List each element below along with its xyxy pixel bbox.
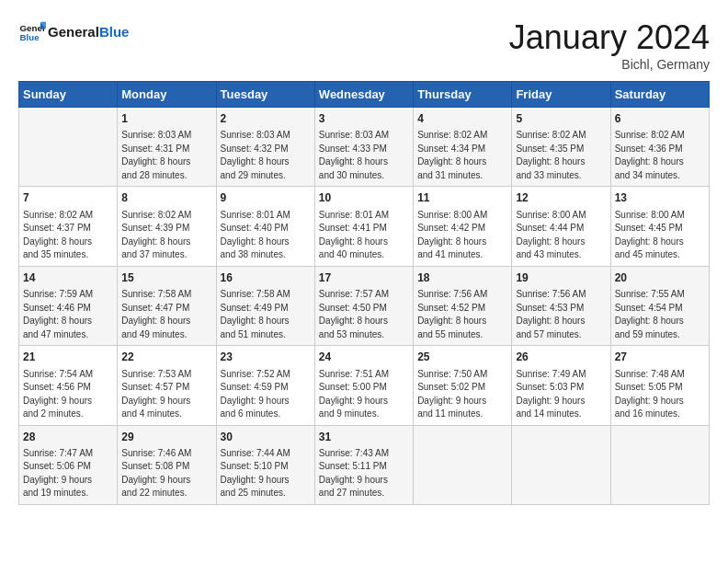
day-info: Sunrise: 7:48 AM Sunset: 5:05 PM Dayligh… [615, 368, 705, 421]
calendar-cell: 17Sunrise: 7:57 AM Sunset: 4:50 PM Dayli… [314, 266, 413, 345]
day-number: 25 [417, 350, 507, 365]
day-info: Sunrise: 8:02 AM Sunset: 4:39 PM Dayligh… [121, 209, 211, 262]
day-info: Sunrise: 7:47 AM Sunset: 5:06 PM Dayligh… [23, 447, 113, 500]
day-info: Sunrise: 7:46 AM Sunset: 5:08 PM Dayligh… [121, 447, 211, 500]
calendar-cell: 24Sunrise: 7:51 AM Sunset: 5:00 PM Dayli… [314, 346, 413, 425]
day-number: 31 [319, 430, 409, 445]
day-number: 16 [221, 270, 311, 286]
month-title: January 2024 [509, 18, 710, 57]
day-info: Sunrise: 7:54 AM Sunset: 4:56 PM Dayligh… [23, 368, 113, 421]
day-info: Sunrise: 8:02 AM Sunset: 4:36 PM Dayligh… [615, 129, 705, 182]
day-info: Sunrise: 7:49 AM Sunset: 5:03 PM Dayligh… [516, 368, 606, 421]
day-number: 20 [615, 270, 705, 286]
day-info: Sunrise: 7:52 AM Sunset: 4:59 PM Dayligh… [221, 368, 311, 421]
day-info: Sunrise: 7:58 AM Sunset: 4:49 PM Dayligh… [221, 288, 311, 341]
calendar-cell [414, 425, 512, 504]
calendar-cell: 15Sunrise: 7:58 AM Sunset: 4:47 PM Dayli… [118, 266, 216, 345]
day-info: Sunrise: 8:03 AM Sunset: 4:31 PM Dayligh… [121, 129, 211, 182]
weekday-header-saturday: Saturday [610, 82, 709, 108]
day-number: 18 [417, 270, 507, 286]
weekday-header-friday: Friday [512, 82, 610, 108]
calendar-cell: 23Sunrise: 7:52 AM Sunset: 4:59 PM Dayli… [216, 346, 314, 425]
calendar-cell: 26Sunrise: 7:49 AM Sunset: 5:03 PM Dayli… [512, 346, 610, 425]
day-number: 4 [417, 111, 507, 127]
weekday-header-row: SundayMondayTuesdayWednesdayThursdayFrid… [19, 82, 710, 108]
day-number: 15 [121, 270, 211, 286]
calendar-cell: 14Sunrise: 7:59 AM Sunset: 4:46 PM Dayli… [19, 266, 118, 345]
day-info: Sunrise: 8:02 AM Sunset: 4:34 PM Dayligh… [417, 129, 507, 182]
title-block: January 2024 Bichl, Germany [509, 18, 710, 72]
calendar-week-row: 28Sunrise: 7:47 AM Sunset: 5:06 PM Dayli… [19, 425, 710, 504]
day-number: 26 [516, 350, 606, 365]
calendar-cell: 31Sunrise: 7:43 AM Sunset: 5:11 PM Dayli… [314, 425, 413, 504]
calendar-cell: 21Sunrise: 7:54 AM Sunset: 4:56 PM Dayli… [19, 346, 118, 425]
weekday-header-sunday: Sunday [19, 82, 118, 108]
day-number: 8 [121, 190, 211, 206]
day-info: Sunrise: 8:02 AM Sunset: 4:37 PM Dayligh… [23, 209, 113, 262]
calendar-cell: 29Sunrise: 7:46 AM Sunset: 5:08 PM Dayli… [118, 425, 216, 504]
day-info: Sunrise: 8:00 AM Sunset: 4:42 PM Dayligh… [417, 209, 507, 262]
day-number: 14 [23, 270, 113, 286]
day-number: 30 [221, 430, 311, 445]
day-info: Sunrise: 8:00 AM Sunset: 4:44 PM Dayligh… [516, 209, 606, 262]
day-info: Sunrise: 7:44 AM Sunset: 5:10 PM Dayligh… [221, 447, 311, 500]
day-info: Sunrise: 7:58 AM Sunset: 4:47 PM Dayligh… [121, 288, 211, 341]
day-info: Sunrise: 7:53 AM Sunset: 4:57 PM Dayligh… [121, 368, 211, 421]
calendar-cell: 19Sunrise: 7:56 AM Sunset: 4:53 PM Dayli… [512, 266, 610, 345]
day-number: 12 [516, 190, 606, 206]
day-number: 23 [221, 350, 311, 365]
calendar-cell: 27Sunrise: 7:48 AM Sunset: 5:05 PM Dayli… [610, 346, 709, 425]
day-number: 2 [221, 111, 311, 127]
calendar-week-row: 1Sunrise: 8:03 AM Sunset: 4:31 PM Daylig… [19, 108, 710, 187]
weekday-header-monday: Monday [118, 82, 216, 108]
day-info: Sunrise: 7:56 AM Sunset: 4:53 PM Dayligh… [516, 288, 606, 341]
calendar-cell: 28Sunrise: 7:47 AM Sunset: 5:06 PM Dayli… [19, 425, 118, 504]
day-info: Sunrise: 7:43 AM Sunset: 5:11 PM Dayligh… [319, 447, 409, 500]
logo-icon: General Blue [18, 18, 46, 46]
calendar-cell: 4Sunrise: 8:02 AM Sunset: 4:34 PM Daylig… [414, 108, 512, 187]
day-info: Sunrise: 7:55 AM Sunset: 4:54 PM Dayligh… [615, 288, 705, 341]
day-number: 24 [319, 350, 409, 365]
calendar-cell: 6Sunrise: 8:02 AM Sunset: 4:36 PM Daylig… [610, 108, 709, 187]
day-number: 11 [417, 190, 507, 206]
calendar-cell: 25Sunrise: 7:50 AM Sunset: 5:02 PM Dayli… [414, 346, 512, 425]
day-info: Sunrise: 7:57 AM Sunset: 4:50 PM Dayligh… [319, 288, 409, 341]
calendar-table: SundayMondayTuesdayWednesdayThursdayFrid… [18, 81, 710, 505]
day-info: Sunrise: 7:56 AM Sunset: 4:52 PM Dayligh… [417, 288, 507, 341]
day-info: Sunrise: 8:00 AM Sunset: 4:45 PM Dayligh… [615, 209, 705, 262]
calendar-cell: 1Sunrise: 8:03 AM Sunset: 4:31 PM Daylig… [118, 108, 216, 187]
day-number: 9 [221, 190, 311, 206]
calendar-cell: 11Sunrise: 8:00 AM Sunset: 4:42 PM Dayli… [414, 187, 512, 266]
day-number: 27 [615, 350, 705, 365]
calendar-week-row: 14Sunrise: 7:59 AM Sunset: 4:46 PM Dayli… [19, 266, 710, 345]
day-info: Sunrise: 8:02 AM Sunset: 4:35 PM Dayligh… [516, 129, 606, 182]
day-info: Sunrise: 7:51 AM Sunset: 5:00 PM Dayligh… [319, 368, 409, 421]
day-number: 21 [23, 350, 113, 365]
weekday-header-thursday: Thursday [414, 82, 512, 108]
location: Bichl, Germany [509, 57, 710, 72]
day-number: 7 [23, 190, 113, 206]
calendar-cell [19, 108, 118, 187]
calendar-cell: 8Sunrise: 8:02 AM Sunset: 4:39 PM Daylig… [118, 187, 216, 266]
day-number: 10 [319, 190, 409, 206]
day-number: 1 [121, 111, 211, 127]
weekday-header-tuesday: Tuesday [216, 82, 314, 108]
calendar-cell: 10Sunrise: 8:01 AM Sunset: 4:41 PM Dayli… [314, 187, 413, 266]
day-number: 17 [319, 270, 409, 286]
page-header: General Blue GeneralBlue January 2024 Bi… [18, 18, 710, 72]
logo: General Blue GeneralBlue [18, 18, 129, 46]
calendar-cell [610, 425, 709, 504]
calendar-cell: 20Sunrise: 7:55 AM Sunset: 4:54 PM Dayli… [610, 266, 709, 345]
calendar-week-row: 21Sunrise: 7:54 AM Sunset: 4:56 PM Dayli… [19, 346, 710, 425]
calendar-cell: 16Sunrise: 7:58 AM Sunset: 4:49 PM Dayli… [216, 266, 314, 345]
calendar-cell [512, 425, 610, 504]
day-info: Sunrise: 8:03 AM Sunset: 4:33 PM Dayligh… [319, 129, 409, 182]
day-number: 19 [516, 270, 606, 286]
calendar-cell: 9Sunrise: 8:01 AM Sunset: 4:40 PM Daylig… [216, 187, 314, 266]
day-number: 5 [516, 111, 606, 127]
day-info: Sunrise: 8:01 AM Sunset: 4:40 PM Dayligh… [221, 209, 311, 262]
svg-text:Blue: Blue [20, 32, 40, 42]
calendar-cell: 5Sunrise: 8:02 AM Sunset: 4:35 PM Daylig… [512, 108, 610, 187]
logo-blue: Blue [99, 24, 130, 40]
day-number: 6 [615, 111, 705, 127]
